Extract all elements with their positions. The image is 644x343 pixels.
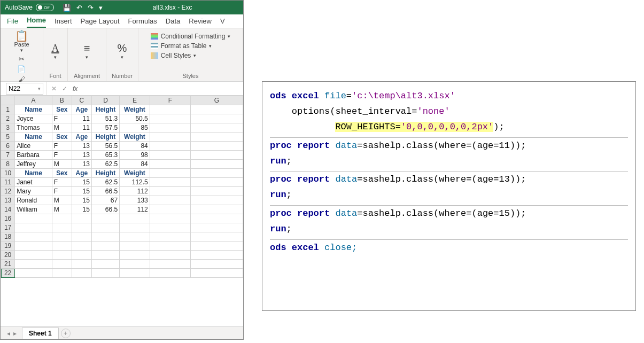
- cell[interactable]: 84: [120, 142, 150, 151]
- col-hdr[interactable]: G: [190, 96, 243, 105]
- cell[interactable]: Name: [15, 132, 52, 142]
- cell[interactable]: 66.5: [91, 205, 119, 214]
- cell[interactable]: 84: [120, 160, 150, 169]
- cell[interactable]: Height: [91, 169, 119, 178]
- row-header[interactable]: 20: [1, 251, 15, 260]
- cell[interactable]: [15, 241, 52, 251]
- cell[interactable]: M: [52, 196, 72, 205]
- row-header[interactable]: 22: [1, 269, 15, 278]
- cell[interactable]: [190, 105, 243, 114]
- table-row[interactable]: 11JanetF1562.5112.5: [1, 178, 243, 187]
- col-hdr[interactable]: A: [15, 96, 52, 105]
- cell[interactable]: 15: [72, 178, 91, 187]
- row-header[interactable]: 16: [1, 214, 15, 223]
- cell[interactable]: [190, 223, 243, 232]
- cell[interactable]: [120, 232, 150, 241]
- tab-file[interactable]: File: [7, 15, 18, 28]
- cell[interactable]: [150, 251, 190, 260]
- undo-icon[interactable]: ↶: [76, 4, 82, 12]
- cell[interactable]: F: [52, 114, 72, 123]
- row-header[interactable]: 10: [1, 169, 15, 178]
- cell[interactable]: F: [52, 187, 72, 196]
- cell[interactable]: F: [52, 142, 72, 151]
- cell[interactable]: Name: [15, 105, 52, 114]
- cell[interactable]: [150, 223, 190, 232]
- cell[interactable]: [190, 114, 243, 123]
- cell[interactable]: Jeffrey: [15, 160, 52, 169]
- row-header[interactable]: 12: [1, 187, 15, 196]
- prev-sheet-icon[interactable]: ◂: [7, 330, 10, 337]
- cell[interactable]: [190, 132, 243, 142]
- cell[interactable]: [15, 260, 52, 269]
- tab-review[interactable]: Review: [189, 15, 212, 28]
- format-as-table-button[interactable]: Format as Table ▾: [151, 42, 212, 50]
- row-header[interactable]: 2: [1, 114, 15, 123]
- chevron-down-icon[interactable]: ▾: [20, 48, 23, 53]
- next-sheet-icon[interactable]: ▸: [13, 330, 17, 337]
- table-row[interactable]: 22: [1, 269, 243, 278]
- row-header[interactable]: 14: [1, 205, 15, 214]
- cell[interactable]: Joyce: [15, 114, 52, 123]
- table-row[interactable]: 2JoyceF1151.350.5: [1, 114, 243, 123]
- tab-view[interactable]: V: [220, 15, 225, 28]
- cell[interactable]: [190, 178, 243, 187]
- cell[interactable]: [150, 132, 190, 142]
- table-row[interactable]: 18: [1, 232, 243, 241]
- cell[interactable]: [190, 260, 243, 269]
- toggle-switch[interactable]: Off: [36, 4, 54, 11]
- cell[interactable]: [150, 160, 190, 169]
- table-row[interactable]: 1NameSexAgeHeightWeight: [1, 105, 243, 114]
- table-row[interactable]: 8JeffreyM1362.584: [1, 160, 243, 169]
- cell[interactable]: [150, 260, 190, 269]
- row-header[interactable]: 11: [1, 178, 15, 187]
- cell[interactable]: [91, 214, 119, 223]
- cell[interactable]: [150, 232, 190, 241]
- row-header[interactable]: 1: [1, 105, 15, 114]
- save-icon[interactable]: 💾: [63, 4, 71, 12]
- cell[interactable]: [190, 151, 243, 160]
- col-hdr[interactable]: F: [150, 96, 190, 105]
- cell[interactable]: [91, 251, 119, 260]
- cell[interactable]: 85: [120, 123, 150, 132]
- cell[interactable]: Weight: [120, 169, 150, 178]
- cell[interactable]: [72, 269, 91, 278]
- cell[interactable]: [120, 214, 150, 223]
- cell[interactable]: [15, 214, 52, 223]
- fx-icon[interactable]: fx: [73, 85, 77, 92]
- cell[interactable]: [190, 269, 243, 278]
- cell[interactable]: 50.5: [120, 114, 150, 123]
- cell[interactable]: [150, 151, 190, 160]
- table-row[interactable]: 19: [1, 241, 243, 251]
- cell[interactable]: 98: [120, 151, 150, 160]
- cell[interactable]: [91, 260, 119, 269]
- cell-styles-button[interactable]: Cell Styles ▾: [151, 52, 197, 59]
- cell[interactable]: Thomas: [15, 123, 52, 132]
- cell[interactable]: [190, 123, 243, 132]
- cell[interactable]: [190, 241, 243, 251]
- table-row[interactable]: 12MaryF1566.5112: [1, 187, 243, 196]
- cancel-icon[interactable]: ✕: [51, 85, 57, 92]
- enter-icon[interactable]: ✓: [62, 85, 67, 92]
- row-header[interactable]: 21: [1, 260, 15, 269]
- row-header[interactable]: 18: [1, 232, 15, 241]
- cell[interactable]: [150, 187, 190, 196]
- cell[interactable]: [52, 260, 72, 269]
- table-row[interactable]: 6AliceF1356.584: [1, 142, 243, 151]
- cell[interactable]: [150, 214, 190, 223]
- cell[interactable]: M: [52, 123, 72, 132]
- worksheet[interactable]: A B C D E F G 1NameSexAgeHeightWeight2Jo…: [1, 96, 243, 326]
- number-icon[interactable]: %: [118, 43, 127, 53]
- copy-icon[interactable]: 📄: [17, 65, 26, 73]
- cell[interactable]: [120, 241, 150, 251]
- cell[interactable]: 13: [72, 151, 91, 160]
- cell[interactable]: 13: [72, 160, 91, 169]
- cell[interactable]: [150, 114, 190, 123]
- cell[interactable]: [72, 223, 91, 232]
- cell[interactable]: 112.5: [120, 178, 150, 187]
- cell[interactable]: [120, 223, 150, 232]
- cut-icon[interactable]: ✂: [19, 55, 25, 63]
- cell[interactable]: [190, 251, 243, 260]
- cell[interactable]: [52, 223, 72, 232]
- table-row[interactable]: 7BarbaraF1365.398: [1, 151, 243, 160]
- col-hdr[interactable]: E: [120, 96, 150, 105]
